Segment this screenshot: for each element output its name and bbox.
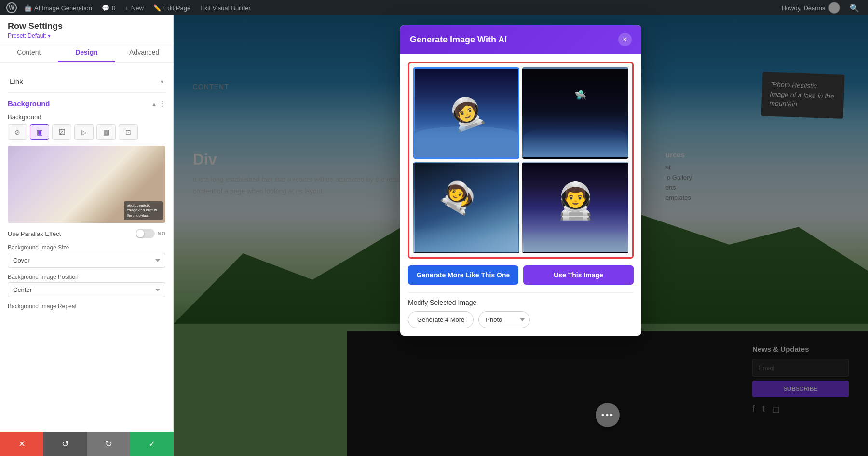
bg-actions: ▴ ⋮ xyxy=(152,100,165,108)
link-section-title: Link xyxy=(10,77,23,85)
bg-more-icon[interactable]: ⋮ xyxy=(159,100,165,108)
image-grid: 🛸 🧑‍🚀 👨‍🚀 xyxy=(413,67,628,253)
grid-image-3[interactable]: 🧑‍🚀 xyxy=(413,162,519,253)
bg-type-video[interactable]: ▷ xyxy=(74,124,94,140)
bg-type-none[interactable]: ⊘ xyxy=(8,124,27,140)
parallax-row: Use Parallax Effect NO xyxy=(8,229,165,238)
image-grid-wrapper: 🛸 🧑‍🚀 👨‍🚀 xyxy=(408,62,634,259)
admin-bar-right: Howdy, Deanna 🔍 xyxy=(776,2,864,14)
pencil-icon: ✏️ xyxy=(153,4,161,12)
admin-bar-edit-page[interactable]: ✏️ Edit Page xyxy=(149,0,195,15)
bg-type-pattern[interactable]: ▦ xyxy=(96,124,116,140)
wordpress-logo[interactable]: W xyxy=(4,0,19,15)
bg-label: Background xyxy=(8,113,165,121)
tab-content[interactable]: Content xyxy=(0,43,58,62)
sidebar-tabs: Content Design Advanced xyxy=(0,43,173,63)
image-size-field: Background Image Size Cover Contain Auto xyxy=(8,244,165,268)
sidebar-content: Link ▾ Background ▴ ⋮ Background ⊘ ▣ 🖼 ▷… xyxy=(0,63,173,330)
bottom-toolbar: ✕ ↺ ↻ ✓ xyxy=(0,432,174,456)
chevron-down-icon: ▾ xyxy=(161,78,163,85)
bg-section-header: Background ▴ ⋮ xyxy=(8,99,165,108)
fab-button[interactable]: ••• xyxy=(596,403,620,427)
grid-image-1[interactable] xyxy=(413,67,519,159)
bg-type-color[interactable]: ▣ xyxy=(30,124,49,140)
plus-icon: + xyxy=(125,4,129,12)
admin-bar-comments[interactable]: 💬 0 xyxy=(97,0,120,15)
undo-button[interactable]: ↺ xyxy=(43,432,87,456)
fab-dots-icon: ••• xyxy=(601,410,614,421)
avatar xyxy=(828,2,840,14)
bg-preview: photo realistic image of a lake in the m… xyxy=(8,146,165,223)
admin-bar-new[interactable]: + New xyxy=(120,0,149,15)
toggle-switch[interactable]: NO xyxy=(136,229,166,238)
modal-header: Generate Image With AI × xyxy=(400,25,641,54)
admin-bar-exit-builder[interactable]: Exit Visual Builder xyxy=(195,0,256,15)
chevron-down-icon: ▾ xyxy=(48,32,51,39)
modal-title: Generate Image With AI xyxy=(410,35,507,45)
bg-preview-image: photo realistic image of a lake in the m… xyxy=(8,146,165,223)
bg-type-icons: ⊘ ▣ 🖼 ▷ ▦ ⊡ xyxy=(8,124,165,140)
parallax-value: NO xyxy=(158,231,166,236)
cancel-button[interactable]: ✕ xyxy=(0,432,43,456)
tab-design[interactable]: Design xyxy=(58,43,116,62)
link-section: Link ▾ xyxy=(8,70,165,93)
earth-curve-1 xyxy=(415,126,518,157)
ai-modal: Generate Image With AI × 🛸 xyxy=(400,25,641,336)
modal-close-button[interactable]: × xyxy=(618,33,632,46)
sidebar-title: Row Settings xyxy=(8,21,165,31)
howdy-text: Howdy, Deanna xyxy=(776,2,845,14)
redo-button[interactable]: ↻ xyxy=(87,432,130,456)
sidebar: Row Settings Preset: Default ▾ Content D… xyxy=(0,15,174,432)
modal-overlay: Generate Image With AI × 🛸 xyxy=(174,15,868,456)
admin-bar-ai-generation[interactable]: 🤖 AI Image Generation xyxy=(19,0,97,15)
bg-collapse-icon[interactable]: ▴ xyxy=(152,100,156,108)
use-image-button[interactable]: Use This Image xyxy=(523,265,634,285)
modify-section: Modify Selected Image Generate 4 More Ph… xyxy=(408,292,634,328)
comment-icon: 💬 xyxy=(102,4,109,12)
tab-advanced[interactable]: Advanced xyxy=(115,43,173,62)
image-size-label: Background Image Size xyxy=(8,244,165,251)
ai-icon: 🤖 xyxy=(24,4,32,12)
link-section-header[interactable]: Link ▾ xyxy=(8,77,165,85)
wp-icon: W xyxy=(6,2,17,13)
save-button[interactable]: ✓ xyxy=(130,432,174,456)
image-position-field: Background Image Position Center Top Bot… xyxy=(8,274,165,297)
bg-type-mask[interactable]: ⊡ xyxy=(119,124,138,140)
image-position-label: Background Image Position xyxy=(8,274,165,280)
grid-image-4[interactable]: 👨‍🚀 xyxy=(522,162,628,253)
image-repeat-label: Background Image Repeat xyxy=(8,303,165,310)
generate-more-button[interactable]: Generate More Like This One xyxy=(408,265,518,285)
search-icon[interactable]: 🔍 xyxy=(845,3,864,13)
background-section-title: Background xyxy=(8,99,50,108)
image-size-select[interactable]: Cover Contain Auto xyxy=(8,253,165,268)
parallax-label: Use Parallax Effect xyxy=(8,230,61,237)
modal-body: 🛸 🧑‍🚀 👨‍🚀 Gen xyxy=(400,54,641,336)
admin-bar: W 🤖 AI Image Generation 💬 0 + New ✏️ Edi… xyxy=(0,0,868,15)
background-section: Background ▴ ⋮ Background ⊘ ▣ 🖼 ▷ ▦ ⊡ xyxy=(8,93,165,322)
sidebar-preset[interactable]: Preset: Default ▾ xyxy=(8,32,165,39)
sidebar-header: Row Settings Preset: Default ▾ xyxy=(0,15,173,43)
modify-label: Modify Selected Image xyxy=(408,299,634,306)
modal-actions: Generate More Like This One Use This Ima… xyxy=(408,265,634,285)
image-position-select[interactable]: Center Top Bottom Left Right xyxy=(8,282,165,297)
image-repeat-field: Background Image Repeat xyxy=(8,303,165,310)
bg-type-image[interactable]: 🖼 xyxy=(52,124,71,140)
parallax-toggle[interactable] xyxy=(136,229,155,238)
generate-4-more-button[interactable]: Generate 4 More xyxy=(408,311,474,328)
modify-controls: Generate 4 More Photo Illustration Digit… xyxy=(408,311,634,328)
photo-type-select[interactable]: Photo Illustration Digital Art 3D Render… xyxy=(478,311,530,328)
grid-image-2[interactable]: 🛸 xyxy=(522,67,628,159)
